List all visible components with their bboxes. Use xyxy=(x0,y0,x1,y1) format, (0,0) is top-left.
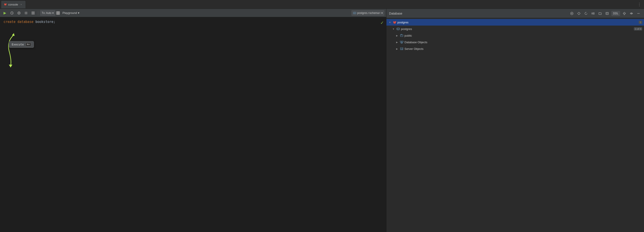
editor-area[interactable]: create database bookstore ; ✓ Execute ⌘↩ xyxy=(0,17,386,232)
chevron-database-objects: ▶ xyxy=(395,40,399,44)
svg-point-40 xyxy=(402,49,403,50)
tab-close-button[interactable]: × xyxy=(20,3,23,6)
tree-badge-postgres-root: 1 xyxy=(639,21,642,24)
editor-toolbar: ▶ xyxy=(0,9,386,17)
svg-point-21 xyxy=(631,13,632,14)
tree-badge-postgres-db: 1 of 3 xyxy=(634,27,642,30)
tree-item-postgres-db[interactable]: ▼ postgres 1 of 3 xyxy=(386,25,644,32)
tab-label: console xyxy=(8,3,18,6)
svg-rect-34 xyxy=(400,41,402,42)
svg-rect-13 xyxy=(33,13,34,14)
schema-dropdown[interactable]: postgres.<schema> ▾ xyxy=(351,10,384,16)
save-button[interactable] xyxy=(16,10,22,16)
svg-point-33 xyxy=(402,35,402,36)
chevron-server-objects: ▶ xyxy=(395,47,399,50)
success-checkmark: ✓ xyxy=(381,20,384,25)
chevron-postgres-db: ▼ xyxy=(392,27,395,31)
svg-rect-10 xyxy=(32,12,33,13)
keyword-database: database xyxy=(18,20,35,24)
db-header-actions: DDL xyxy=(569,10,641,16)
db-folder-button[interactable] xyxy=(597,10,603,16)
svg-rect-35 xyxy=(402,41,403,42)
database-objects-icon xyxy=(400,40,404,44)
server-objects-icon xyxy=(400,47,404,51)
execute-tooltip: Execute ⌘↩ xyxy=(9,41,34,48)
chevron-postgres-root: ▼ xyxy=(388,20,392,24)
db-diamond-button[interactable] xyxy=(576,10,582,16)
schema-icon-public xyxy=(400,33,404,37)
svg-rect-12 xyxy=(32,13,33,14)
tx-label: Tx: Auto xyxy=(42,11,52,14)
svg-point-39 xyxy=(402,48,403,48)
playground-label: Playground xyxy=(62,11,77,14)
tree-item-server-objects[interactable]: ▶ Server Objects xyxy=(386,45,644,52)
svg-marker-16 xyxy=(12,33,14,36)
db-export-button[interactable] xyxy=(622,10,627,16)
tree-label-database-objects: Database Objects xyxy=(404,40,642,44)
svg-point-8 xyxy=(18,12,20,13)
tab-bar: console × ⋮ xyxy=(0,0,644,9)
keyword-create: create xyxy=(4,20,18,24)
database-tree: ▼ postgres 1 ▼ xyxy=(386,18,644,232)
db-connect-button[interactable] xyxy=(569,10,575,16)
database-panel: Database xyxy=(386,9,644,232)
tab-more-button[interactable]: ⋮ xyxy=(636,2,643,7)
svg-marker-15 xyxy=(9,65,12,67)
svg-point-28 xyxy=(397,28,400,29)
editor-panel: ▶ xyxy=(0,9,386,232)
tree-item-database-objects[interactable]: ▶ Database Objects xyxy=(386,39,644,45)
console-tab[interactable]: console × xyxy=(1,0,26,8)
svg-rect-19 xyxy=(593,13,594,14)
svg-point-9 xyxy=(26,12,27,13)
grid-button[interactable] xyxy=(30,10,36,16)
elephant-tab-icon xyxy=(4,3,7,6)
main-area: ▶ xyxy=(0,9,644,232)
stop-button[interactable] xyxy=(56,11,60,15)
db-minimize-button[interactable] xyxy=(636,10,641,16)
tx-chevron: ▾ xyxy=(52,11,54,14)
playground-dropdown[interactable]: Playground ▾ xyxy=(61,10,81,16)
db-new-conn-button[interactable] xyxy=(590,10,596,16)
elephant-icon-root xyxy=(392,20,396,24)
code-line: create database bookstore ; xyxy=(4,20,383,24)
tree-item-postgres-root[interactable]: ▼ postgres 1 xyxy=(386,19,644,25)
svg-point-1 xyxy=(4,3,5,5)
db-refresh-button[interactable] xyxy=(583,10,589,16)
db-eye-button[interactable] xyxy=(628,10,634,16)
svg-point-5 xyxy=(6,4,6,5)
arrow-indicator xyxy=(2,33,20,68)
database-header: Database xyxy=(386,9,644,18)
svg-point-27 xyxy=(395,22,395,23)
svg-rect-11 xyxy=(33,12,34,13)
svg-rect-14 xyxy=(353,12,356,14)
svg-point-26 xyxy=(394,22,394,23)
history-button[interactable] xyxy=(9,10,15,16)
svg-point-32 xyxy=(402,35,402,36)
schema-chevron: ▾ xyxy=(381,11,383,14)
svg-point-31 xyxy=(401,35,401,36)
toolbar-divider-1 xyxy=(38,11,38,15)
tooltip-shortcut: ⌘↩ xyxy=(26,42,31,46)
code-semicolon: ; xyxy=(54,20,56,24)
svg-point-4 xyxy=(5,4,5,5)
svg-rect-20 xyxy=(606,12,608,14)
tree-label-postgres-db: postgres xyxy=(401,27,633,31)
db-table-button[interactable] xyxy=(604,10,610,16)
db-icon xyxy=(396,27,400,31)
chevron-public: ▶ xyxy=(395,34,399,37)
svg-rect-18 xyxy=(592,13,593,14)
ddl-button[interactable]: DDL xyxy=(611,11,620,16)
playground-chevron: ▾ xyxy=(78,11,80,14)
tx-dropdown[interactable]: Tx: Auto ▾ xyxy=(40,10,56,16)
svg-point-7 xyxy=(18,12,20,14)
tree-item-public[interactable]: ▶ public xyxy=(386,32,644,39)
tree-label-server-objects: Server Objects xyxy=(404,47,642,50)
tree-label-postgres-root: postgres xyxy=(398,21,638,24)
tree-label-public: public xyxy=(404,34,642,37)
settings-button[interactable] xyxy=(23,10,29,16)
schema-label: postgres.<schema> xyxy=(357,11,380,14)
database-panel-title: Database xyxy=(389,12,567,15)
code-name-bookstore: bookstore xyxy=(36,20,54,24)
tooltip-label: Execute xyxy=(12,43,24,46)
run-button[interactable]: ▶ xyxy=(2,10,8,16)
